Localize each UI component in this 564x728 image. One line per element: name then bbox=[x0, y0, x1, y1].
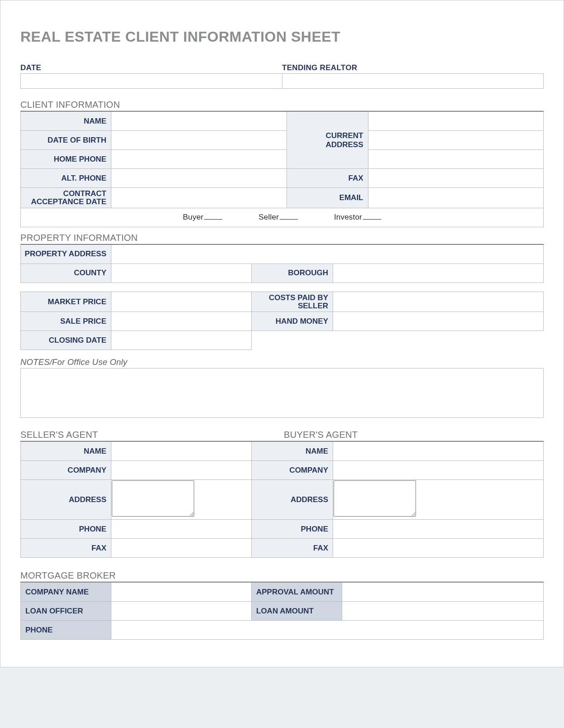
input-approval-amount[interactable] bbox=[343, 583, 543, 601]
property-grid-1: PROPERTY ADDRESS COUNTY BOROUGH bbox=[20, 244, 544, 283]
page-title: REAL ESTATE CLIENT INFORMATION SHEET bbox=[20, 29, 544, 45]
input-county[interactable] bbox=[112, 264, 251, 282]
val-county bbox=[111, 263, 252, 283]
input-buyer-name[interactable] bbox=[334, 442, 543, 460]
val-fax bbox=[368, 169, 544, 188]
val-borough bbox=[333, 263, 544, 283]
blank-seller bbox=[280, 219, 298, 220]
input-buyer-fax[interactable] bbox=[334, 539, 543, 557]
label-borough: BOROUGH bbox=[252, 263, 333, 283]
form-page: REAL ESTATE CLIENT INFORMATION SHEET DAT… bbox=[0, 0, 564, 667]
input-seller-name[interactable] bbox=[112, 442, 251, 460]
input-seller-phone[interactable] bbox=[112, 520, 251, 538]
val-loan-officer bbox=[111, 602, 252, 621]
label-buyer-address: ADDRESS bbox=[252, 480, 333, 520]
input-alt-phone[interactable] bbox=[112, 169, 286, 187]
label-seller-address: ADDRESS bbox=[21, 480, 111, 520]
label-fax: FAX bbox=[287, 169, 368, 188]
choice-seller: Seller bbox=[258, 213, 279, 221]
input-sale-price[interactable] bbox=[112, 312, 251, 330]
input-email[interactable] bbox=[369, 188, 543, 207]
input-address-2[interactable] bbox=[369, 131, 543, 149]
label-county: COUNTY bbox=[21, 263, 111, 283]
input-seller-fax[interactable] bbox=[112, 539, 251, 557]
realtor-cell bbox=[282, 74, 543, 88]
val-buyer-address bbox=[333, 480, 544, 520]
input-address-3[interactable] bbox=[369, 150, 543, 168]
label-costs-paid: COSTS PAID BY SELLER bbox=[252, 292, 333, 312]
label-approval-amount: APPROVAL AMOUNT bbox=[252, 583, 342, 602]
val-email bbox=[368, 188, 544, 208]
label-current-address: CURRENT ADDRESS bbox=[287, 112, 368, 169]
label-email: EMAIL bbox=[287, 188, 368, 208]
label-contract-date: CONTRACT ACCEPTANCE DATE bbox=[21, 188, 111, 208]
val-dob bbox=[111, 131, 287, 150]
val-seller-name bbox=[111, 442, 252, 461]
label-seller-phone: PHONE bbox=[21, 520, 111, 539]
input-name[interactable] bbox=[112, 112, 286, 130]
input-fax[interactable] bbox=[369, 169, 543, 187]
input-broker-phone[interactable] bbox=[112, 621, 543, 639]
input-borough[interactable] bbox=[334, 264, 543, 282]
input-loan-amount[interactable] bbox=[343, 602, 543, 620]
input-costs-paid[interactable] bbox=[334, 292, 543, 311]
label-buyer-name: NAME bbox=[252, 442, 333, 461]
val-broker-phone bbox=[111, 621, 544, 640]
val-seller-phone bbox=[111, 520, 252, 539]
label-market-price: MARKET PRICE bbox=[21, 292, 111, 312]
input-market-price[interactable] bbox=[112, 292, 251, 311]
val-buyer-fax bbox=[333, 539, 544, 558]
input-hand-money[interactable] bbox=[334, 312, 543, 330]
notes-textarea[interactable] bbox=[21, 369, 543, 417]
broker-grid: COMPANY NAME APPROVAL AMOUNT LOAN OFFICE… bbox=[20, 582, 544, 640]
top-labels-row: DATE TENDING REALTOR bbox=[20, 63, 544, 72]
input-seller-address[interactable] bbox=[112, 480, 194, 517]
val-buyer-company bbox=[333, 461, 544, 480]
input-buyer-address[interactable] bbox=[334, 480, 416, 517]
label-dob: DATE OF BIRTH bbox=[21, 131, 111, 150]
label-seller-name: NAME bbox=[21, 442, 111, 461]
choice-buyer: Buyer bbox=[183, 213, 203, 221]
val-address-3 bbox=[368, 150, 544, 169]
input-home-phone[interactable] bbox=[112, 150, 286, 168]
date-input[interactable] bbox=[21, 74, 282, 88]
realtor-label: TENDING REALTOR bbox=[282, 63, 544, 72]
agents-section-header: SELLER'S AGENT BUYER'S AGENT bbox=[20, 430, 544, 442]
val-approval-amount bbox=[342, 583, 544, 602]
input-dob[interactable] bbox=[112, 131, 286, 149]
label-sale-price: SALE PRICE bbox=[21, 312, 111, 331]
val-buyer-name bbox=[333, 442, 544, 461]
val-seller-company bbox=[111, 461, 252, 480]
input-prop-address[interactable] bbox=[112, 245, 543, 263]
realtor-input[interactable] bbox=[282, 74, 543, 88]
notes-box bbox=[20, 368, 544, 418]
buyer-agent-header: BUYER'S AGENT bbox=[282, 430, 544, 440]
label-buyer-phone: PHONE bbox=[252, 520, 333, 539]
blank-investor bbox=[363, 219, 381, 220]
input-address-1[interactable] bbox=[369, 112, 543, 130]
input-broker-company[interactable] bbox=[112, 583, 251, 601]
label-broker-phone: PHONE bbox=[21, 621, 111, 640]
client-type-row[interactable]: Buyer Seller Investor bbox=[21, 208, 544, 227]
blank-buyer bbox=[204, 219, 222, 220]
val-seller-address bbox=[111, 480, 252, 520]
label-name: NAME bbox=[21, 112, 111, 131]
input-contract-date[interactable] bbox=[112, 188, 286, 207]
val-hand-money bbox=[333, 312, 544, 331]
input-buyer-company[interactable] bbox=[334, 461, 543, 479]
date-label: DATE bbox=[20, 63, 282, 72]
val-address-1 bbox=[368, 112, 544, 131]
label-prop-address: PROPERTY ADDRESS bbox=[21, 244, 111, 263]
val-sale-price bbox=[111, 312, 252, 331]
val-home-phone bbox=[111, 150, 287, 169]
label-loan-officer: LOAN OFFICER bbox=[21, 602, 111, 621]
input-buyer-phone[interactable] bbox=[334, 520, 543, 538]
label-closing-date: CLOSING DATE bbox=[21, 331, 111, 350]
val-broker-company bbox=[111, 583, 252, 602]
input-seller-company[interactable] bbox=[112, 461, 251, 479]
property-section-header: PROPERTY INFORMATION bbox=[20, 233, 544, 245]
notes-label: NOTES/For Office Use Only bbox=[20, 357, 544, 367]
input-loan-officer[interactable] bbox=[112, 602, 251, 620]
input-closing-date[interactable] bbox=[112, 331, 251, 349]
broker-section-header: MORTGAGE BROKER bbox=[20, 570, 544, 583]
